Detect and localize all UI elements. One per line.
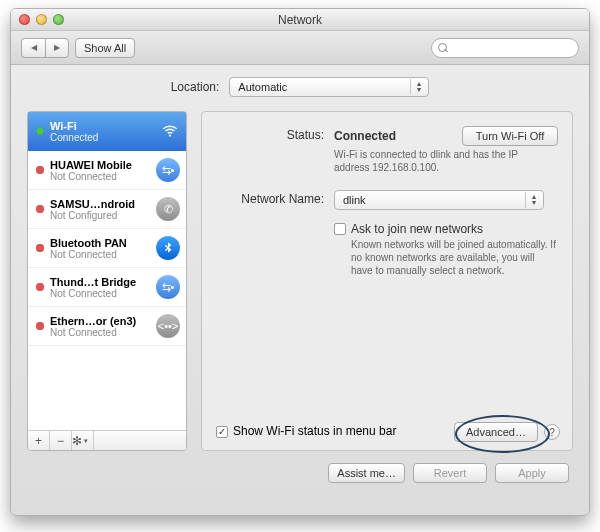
sidebar-item-thunderbolt[interactable]: Thund…t Bridge Not Connected ⇆•: [28, 268, 186, 307]
revert-button[interactable]: Revert: [413, 463, 487, 483]
status-dot-icon: [36, 283, 44, 291]
sidebar-footer: + − ✻ ▾: [28, 430, 186, 450]
status-dot-icon: [36, 127, 44, 135]
interface-status: Not Connected: [50, 327, 150, 338]
status-description: Wi-Fi is connected to dlink and has the …: [334, 148, 544, 174]
zoom-icon[interactable]: [53, 14, 64, 25]
gear-icon: ✻: [72, 434, 82, 448]
location-label: Location:: [171, 80, 220, 94]
location-select[interactable]: Automatic ▴▾: [229, 77, 429, 97]
updown-icon: ▴▾: [410, 79, 426, 95]
updown-icon: ▴▾: [525, 192, 541, 208]
checkbox-icon: [334, 223, 346, 235]
minimize-icon[interactable]: [36, 14, 47, 25]
ask-to-join-checkbox[interactable]: Ask to join new networks: [334, 222, 558, 236]
wifi-icon: [160, 121, 180, 141]
sync-icon: ⇆•: [156, 275, 180, 299]
sync-icon: ⇆•: [156, 158, 180, 182]
interface-status: Not Connected: [50, 249, 150, 260]
svg-point-0: [169, 134, 171, 136]
sidebar-item-samsung[interactable]: SAMSU…ndroid Not Configured ✆: [28, 190, 186, 229]
interfaces-sidebar: Wi-Fi Connected HUAWEI Mobile Not Connec…: [27, 111, 187, 451]
interface-status: Not Connected: [50, 171, 150, 182]
interface-status: Not Configured: [50, 210, 150, 221]
sidebar-item-wifi[interactable]: Wi-Fi Connected: [28, 112, 186, 151]
search-field[interactable]: [431, 38, 579, 58]
back-button[interactable]: ◀: [21, 38, 45, 58]
interface-name: HUAWEI Mobile: [50, 159, 150, 171]
nav-group: ◀ ▶: [21, 38, 69, 58]
footer-buttons: Assist me… Revert Apply: [27, 463, 573, 483]
interface-status: Not Connected: [50, 288, 150, 299]
status-value: Connected: [334, 129, 396, 143]
status-dot-icon: [36, 166, 44, 174]
network-name-label: Network Name:: [216, 190, 324, 210]
chevron-left-icon: ◀: [31, 43, 37, 52]
status-dot-icon: [36, 322, 44, 330]
network-name-select[interactable]: dlink ▴▾: [334, 190, 544, 210]
toolbar: ◀ ▶ Show All: [11, 31, 589, 65]
sidebar-item-huawei[interactable]: HUAWEI Mobile Not Connected ⇆•: [28, 151, 186, 190]
window-title: Network: [11, 13, 589, 27]
add-interface-button[interactable]: +: [28, 431, 50, 450]
status-dot-icon: [36, 244, 44, 252]
window-controls: [11, 14, 64, 25]
status-label: Status:: [216, 126, 324, 174]
status-dot-icon: [36, 205, 44, 213]
phone-icon: ✆: [156, 197, 180, 221]
interface-detail: Status: Connected Turn Wi-Fi Off Wi-Fi i…: [201, 111, 573, 451]
sidebar-item-ethernet[interactable]: Ethern…or (en3) Not Connected <••>: [28, 307, 186, 346]
assist-me-button[interactable]: Assist me…: [328, 463, 405, 483]
help-button[interactable]: ?: [544, 424, 560, 440]
interface-status: Connected: [50, 132, 154, 143]
checkbox-icon: [216, 426, 228, 438]
show-in-menubar-label: Show Wi-Fi status in menu bar: [233, 424, 396, 438]
interface-name: SAMSU…ndroid: [50, 198, 150, 210]
interface-name: Ethern…or (en3): [50, 315, 150, 327]
sidebar-item-bluetooth[interactable]: Bluetooth PAN Not Connected: [28, 229, 186, 268]
bluetooth-icon: [156, 236, 180, 260]
ask-to-join-description: Known networks will be joined automatica…: [351, 238, 558, 277]
ethernet-icon: <••>: [156, 314, 180, 338]
interface-name: Wi-Fi: [50, 120, 154, 132]
network-preferences-window: Network ◀ ▶ Show All Location: Automatic…: [10, 8, 590, 516]
turn-wifi-off-button[interactable]: Turn Wi-Fi Off: [462, 126, 558, 146]
network-name-value: dlink: [343, 194, 366, 206]
interface-name: Thund…t Bridge: [50, 276, 150, 288]
titlebar: Network: [11, 9, 589, 31]
search-icon: [438, 43, 447, 53]
interfaces-list: Wi-Fi Connected HUAWEI Mobile Not Connec…: [28, 112, 186, 430]
ask-to-join-label: Ask to join new networks: [351, 222, 483, 236]
advanced-button[interactable]: Advanced…: [454, 422, 538, 442]
location-row: Location: Automatic ▴▾: [27, 77, 573, 97]
search-input[interactable]: [451, 42, 572, 54]
show-in-menubar-checkbox[interactable]: Show Wi-Fi status in menu bar: [216, 424, 396, 438]
forward-button[interactable]: ▶: [45, 38, 69, 58]
close-icon[interactable]: [19, 14, 30, 25]
content: Location: Automatic ▴▾ Wi-Fi Connected: [11, 65, 589, 497]
chevron-down-icon: ▾: [84, 437, 88, 445]
chevron-right-icon: ▶: [54, 43, 60, 52]
apply-button[interactable]: Apply: [495, 463, 569, 483]
show-all-button[interactable]: Show All: [75, 38, 135, 58]
actions-menu-button[interactable]: ✻ ▾: [72, 431, 94, 450]
remove-interface-button[interactable]: −: [50, 431, 72, 450]
interface-name: Bluetooth PAN: [50, 237, 150, 249]
location-value: Automatic: [238, 81, 287, 93]
